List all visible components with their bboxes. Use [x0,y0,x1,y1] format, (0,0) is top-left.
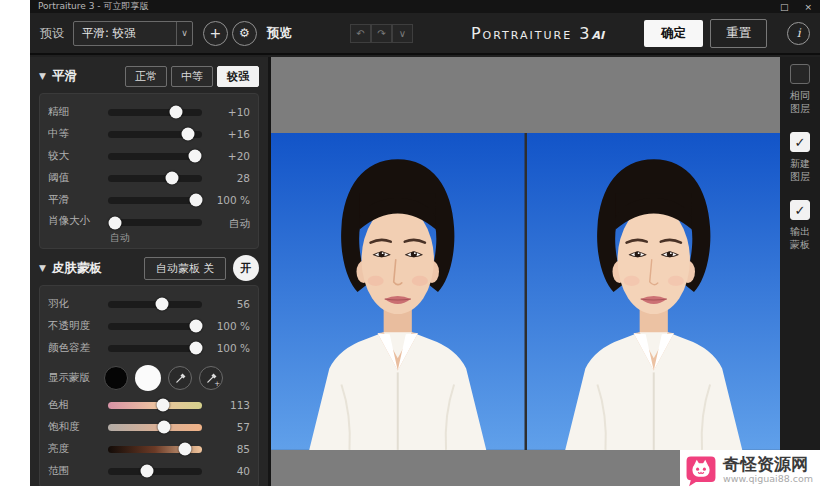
smoothing-title: 平滑 [52,68,77,85]
slider-thumb[interactable] [189,150,202,163]
new-layer-label: 新建 图层 [790,158,810,183]
brightness-slider[interactable] [108,446,202,453]
saturation-slider[interactable] [108,424,202,431]
triangle-down-icon: ▼ [39,71,46,81]
mask-black-swatch[interactable] [104,366,128,390]
preset-dropdown[interactable]: 平滑: 较强 ∨ [73,21,193,46]
slider-label: 羽化 [48,297,104,311]
output-mask-option: 输出 蒙板 [790,200,810,251]
slider-thumb[interactable] [141,465,154,478]
smoothing-section-header[interactable]: ▼ 平滑 正常 中等 较强 [39,63,259,89]
eyedropper-icon[interactable] [168,366,192,390]
slider-label: 色相 [48,398,104,412]
portrait-after-image [527,133,781,450]
redo-icon: ↷ [377,28,385,39]
smoothing-sliders: 精细 +10 中等 +16 较大 +20 阈值 28 [39,93,259,249]
adjustments-panel: ▼ 平滑 正常 中等 较强 精细 +10 中等 +16 [30,57,271,486]
slider-label: 饱和度 [48,420,104,434]
color-tolerance-slider[interactable] [108,345,202,352]
threshold-slider[interactable] [108,175,202,182]
slider-value: 85 [206,443,250,455]
output-mask-checkbox[interactable] [790,200,810,220]
slider-thumb[interactable] [169,106,182,119]
watermark-site-name: 奇怪资源网 [723,456,813,473]
slider-thumb[interactable] [190,194,203,207]
eyedropper-add-icon[interactable]: + [199,366,223,390]
smoothing-normal-button[interactable]: 正常 [125,66,167,87]
history-dropdown-button[interactable]: ∨ [392,24,413,43]
window-title: Portraiture 3 - 可立即享版 [38,0,148,13]
auto-mask-button[interactable]: 自动蒙板 关 [144,257,226,280]
slider-label: 颜色容差 [48,341,104,355]
smooth-slider[interactable] [108,197,202,204]
maximize-icon[interactable]: □ [780,2,789,12]
hue-slider[interactable] [108,402,202,409]
slider-thumb[interactable] [165,172,178,185]
undo-button[interactable]: ↶ [350,24,371,43]
chevron-down-icon: ∨ [176,22,192,45]
new-layer-option: 新建 图层 [790,132,810,183]
show-mask-row: 显示蒙版 + [48,362,250,394]
slider-value: +16 [206,128,250,140]
title-bar: Portraiture 3 - 可立即享版 □ × [30,0,820,13]
ok-button[interactable]: 确定 [644,20,703,47]
slider-value: 100 % [206,320,250,332]
skin-mask-section-header[interactable]: ▼ 皮肤蒙板 自动蒙板 关 开 [39,255,259,281]
preset-label: 预设 [40,25,64,42]
feather-slider[interactable] [108,301,202,308]
mask-white-swatch[interactable] [135,365,161,391]
reset-button[interactable]: 重置 [710,19,767,48]
opacity-slider[interactable] [108,323,202,330]
watermark-site-url: www.qiguai88.com [723,474,813,484]
settings-button[interactable]: ⚙ [232,21,257,46]
info-button[interactable]: i [787,22,810,45]
slider-thumb[interactable] [181,128,194,141]
redo-button[interactable]: ↷ [371,24,392,43]
skin-mask-sliders: 羽化 56 不透明度 100 % 颜色容差 100 % 显示蒙版 [39,285,259,486]
medium-slider[interactable] [108,131,202,138]
history-controls: ↶ ↷ ∨ [350,24,413,43]
slider-value: 57 [206,421,250,433]
preset-value: 平滑: 较强 [74,26,176,41]
output-mask-label: 输出 蒙板 [790,226,810,251]
before-photo[interactable] [271,133,525,450]
portrait-size-mode: 自动 [110,231,130,245]
logo-suffix: ai [591,24,604,43]
chevron-down-icon: ∨ [399,28,406,39]
plus-icon: + [210,25,222,41]
after-photo[interactable] [527,133,781,450]
range-slider[interactable] [108,468,202,475]
new-layer-checkbox[interactable] [790,132,810,152]
output-options-sidebar: 相同 图层 新建 图层 输出 蒙板 [780,57,820,486]
slider-value: +10 [206,106,250,118]
slider-thumb[interactable] [108,216,121,229]
smoothing-medium-button[interactable]: 中等 [171,66,213,87]
slider-label: 较大 [48,149,104,163]
slider-value: +20 [206,150,250,162]
skin-mask-title: 皮肤蒙板 [52,260,102,277]
slider-thumb[interactable] [156,399,169,412]
slider-thumb[interactable] [158,421,171,434]
same-layer-label: 相同 图层 [790,90,810,115]
slider-thumb[interactable] [190,342,203,355]
slider-value: 40 [206,465,250,477]
portraiture-logo: Portraiture 3ai [471,24,604,43]
same-layer-checkbox[interactable] [790,64,810,84]
slider-thumb[interactable] [179,443,192,456]
preview-area [271,57,780,486]
close-icon[interactable]: × [804,2,812,12]
add-preset-button[interactable]: + [203,21,228,46]
skin-mask-on-toggle[interactable]: 开 [233,255,259,281]
slider-value: 100 % [206,194,250,206]
fine-slider[interactable] [108,109,202,116]
slider-label: 阈值 [48,171,104,185]
preview-toggle[interactable]: 预览 [267,25,292,42]
slider-thumb[interactable] [155,298,168,311]
qiguai-cat-logo-icon [684,453,718,487]
large-slider[interactable] [108,153,202,160]
slider-label: 亮度 [48,442,104,456]
slider-thumb[interactable] [190,320,203,333]
slider-value: 113 [206,399,250,411]
portrait-size-slider[interactable] [108,219,202,226]
smoothing-strong-button[interactable]: 较强 [217,66,259,87]
